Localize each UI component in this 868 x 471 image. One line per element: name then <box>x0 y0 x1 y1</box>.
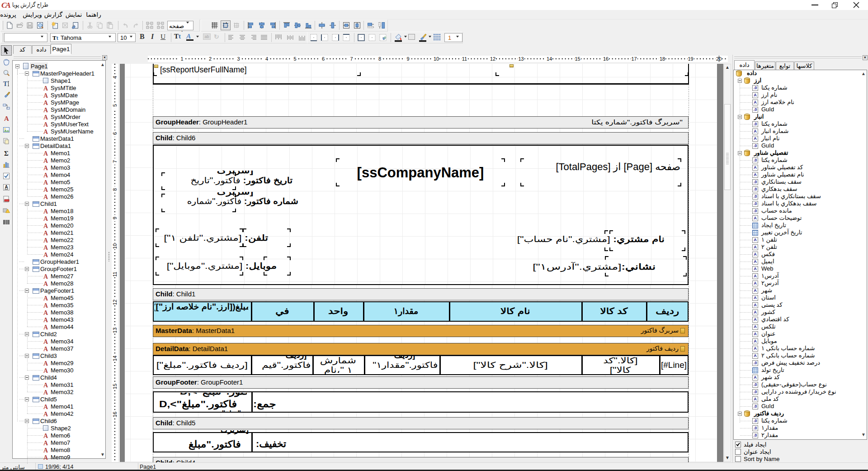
svg-text:A: A <box>5 185 8 190</box>
svg-text:Σ: Σ <box>4 150 9 157</box>
svg-text:A: A <box>4 115 9 122</box>
svg-text:T: T <box>3 81 8 87</box>
